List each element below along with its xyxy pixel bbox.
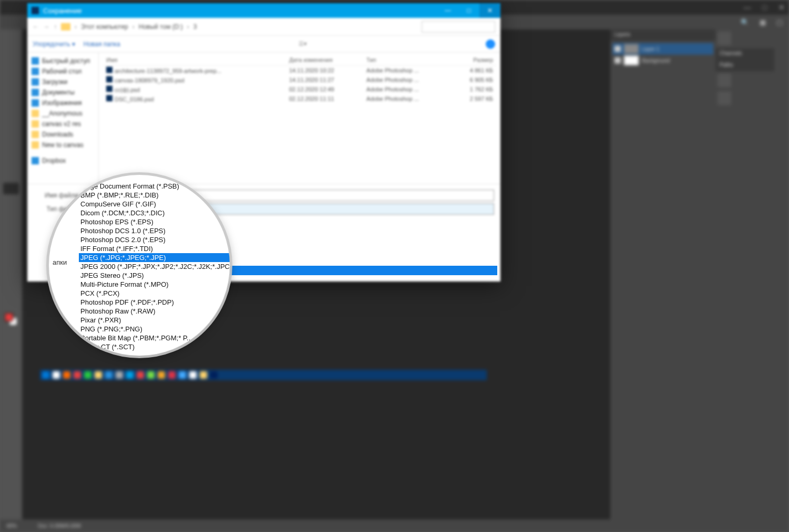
search-icon[interactable]: 🔍	[741, 18, 749, 26]
breadcrumb-item[interactable]: Новый том (D:)	[139, 23, 183, 30]
channels-panel-tab[interactable]: Channels	[715, 48, 774, 60]
nav-downloads[interactable]: Загрузки	[29, 77, 96, 87]
file-row[interactable]: canvas-1808979_1920.psd14.11.2020 11:27A…	[103, 75, 496, 85]
dialog-close-button[interactable]: ✕	[479, 3, 500, 18]
nav-up-icon[interactable]: ↑	[54, 23, 57, 30]
task-icon[interactable]	[126, 371, 134, 379]
marquee-tool[interactable]	[3, 44, 19, 56]
nav-folder[interactable]: Downloads	[29, 129, 96, 140]
file-row[interactable]: сс(ф).psd02.12.2020 12:49Adobe Photoshop…	[103, 85, 496, 94]
task-icon[interactable]	[63, 371, 70, 379]
nav-documents[interactable]: Документы	[29, 87, 96, 98]
col-size[interactable]: Размер	[452, 55, 496, 66]
brush-tool[interactable]	[3, 132, 19, 144]
task-icon[interactable]	[137, 371, 144, 379]
nav-folder[interactable]: __Anonymous	[29, 108, 96, 119]
mini-panel-btn[interactable]	[718, 32, 731, 45]
zoom-tool[interactable]	[3, 284, 19, 295]
breadcrumb-bar[interactable]: ← → ↑ › Этот компьютер › Новый том (D:) …	[27, 18, 500, 36]
maximize-button[interactable]: □	[763, 3, 767, 12]
nav-back-icon[interactable]: ←	[33, 23, 39, 30]
blur-tool[interactable]	[3, 195, 19, 207]
layers-panel-tab[interactable]: Layers	[610, 29, 715, 41]
layer-thumbnail[interactable]	[624, 56, 639, 65]
nav-folder[interactable]: canvas v2 res	[29, 119, 96, 129]
layers-panel[interactable]: Layers Layer 1 Background	[610, 29, 715, 519]
dialog-minimize-button[interactable]: —	[437, 3, 458, 18]
side-panel-mini[interactable]: Channels Paths	[715, 29, 774, 519]
filetype-option[interactable]: JPEG (*.JPG;*.JPEG;*.JPE)	[79, 253, 230, 262]
eyedropper-tool[interactable]	[3, 107, 19, 119]
task-icon[interactable]	[210, 371, 218, 379]
filetype-option[interactable]: JPEG Stereo (*.JPS)	[79, 271, 230, 280]
mini-panel-btn[interactable]	[718, 74, 731, 87]
task-icon[interactable]	[179, 371, 186, 379]
lasso-tool[interactable]	[3, 57, 19, 68]
col-type[interactable]: Тип	[363, 55, 452, 66]
layer-row[interactable]: Background	[612, 55, 713, 66]
crop-tool[interactable]	[3, 82, 19, 93]
dodge-tool[interactable]	[3, 208, 19, 220]
dialog-titlebar[interactable]: Сохранение — □ ✕	[27, 3, 500, 18]
start-icon[interactable]	[42, 371, 49, 379]
filetype-option[interactable]: Photoshop DCS 2.0 (*.EPS)	[79, 235, 230, 244]
foreground-color-swatch[interactable]	[5, 313, 13, 321]
nav-pictures[interactable]: Изображения	[29, 98, 96, 108]
filetype-dropdown-list[interactable]: Large Document Format (*.PSB)BMP (*.BMP;…	[79, 182, 230, 351]
share-icon[interactable]: ▢	[776, 18, 783, 26]
filetype-option[interactable]: BMP (*.BMP;*.RLE;*.DIB)	[79, 191, 230, 200]
task-icon[interactable]	[189, 371, 197, 379]
path-tool[interactable]	[3, 246, 19, 257]
filetype-option[interactable]: PNG (*.PNG;*.PNG)	[79, 325, 230, 333]
search-field[interactable]	[422, 21, 495, 33]
nav-desktop[interactable]: Рабочий стол	[29, 66, 96, 77]
hand-tool[interactable]	[3, 271, 19, 283]
pen-tool[interactable]	[3, 221, 19, 232]
view-options-icon[interactable]: ☰▾	[299, 40, 307, 47]
breadcrumb-item[interactable]: Этот компьютер	[81, 23, 128, 30]
history-brush-tool[interactable]	[3, 158, 19, 169]
visibility-icon[interactable]	[614, 57, 621, 64]
frame-tool[interactable]	[3, 95, 19, 106]
filetype-option[interactable]: Large Document Format (*.PSB)	[79, 182, 230, 191]
task-icon[interactable]	[95, 371, 102, 379]
dialog-maximize-button[interactable]: □	[458, 3, 479, 18]
filetype-option[interactable]: Pixar (*.PXR)	[79, 316, 230, 325]
task-icon[interactable]	[200, 371, 207, 379]
task-icon[interactable]	[74, 371, 81, 379]
col-name[interactable]: Имя	[103, 55, 286, 66]
filetype-option[interactable]: Photoshop DCS 1.0 (*.EPS)	[79, 226, 230, 235]
task-icon[interactable]	[53, 371, 60, 379]
filetype-option[interactable]: IFF Format (*.IFF;*.TDI)	[79, 244, 230, 253]
folder-tree[interactable]: Быстрый доступ Рабочий стол Загрузки Док…	[27, 53, 99, 184]
col-date[interactable]: Дата изменения	[286, 55, 363, 66]
layer-thumbnail[interactable]	[624, 44, 639, 54]
visibility-icon[interactable]	[614, 46, 621, 52]
task-icon[interactable]	[168, 371, 176, 379]
windows-taskbar[interactable]	[40, 370, 487, 380]
minimize-button[interactable]: —	[744, 3, 751, 12]
panel-collapse-strip[interactable]	[774, 29, 789, 519]
close-button[interactable]: ✕	[778, 3, 785, 12]
status-zoom[interactable]: 40%	[6, 523, 17, 529]
filetype-option[interactable]: Scitex CT (*.SCT)	[79, 342, 230, 351]
task-icon[interactable]	[116, 371, 123, 379]
dialog-toolbar[interactable]: Упорядочить ▾ Новая папка ☰▾	[27, 36, 500, 53]
tools-panel[interactable]	[0, 29, 22, 519]
task-icon[interactable]	[105, 371, 112, 379]
breadcrumb-item[interactable]: 3	[193, 23, 197, 30]
filetype-option[interactable]: JPEG 2000 (*.JPF;*.JPX;*.JP2;*.J2C;*.J2K…	[79, 262, 230, 271]
help-icon[interactable]	[486, 39, 495, 49]
filetype-option[interactable]: Photoshop PDF (*.PDF;*.PDP)	[79, 298, 230, 307]
type-tool[interactable]	[3, 233, 19, 245]
file-list[interactable]: Имя Дата изменения Тип Размер architectu…	[99, 53, 500, 184]
organize-button[interactable]: Упорядочить ▾	[33, 40, 75, 48]
task-icon[interactable]	[147, 371, 155, 379]
layer-name[interactable]: Layer 1	[642, 46, 659, 52]
color-swatches[interactable]	[5, 313, 17, 326]
wand-tool[interactable]	[3, 69, 19, 81]
filetype-option[interactable]: PCX (*.PCX)	[79, 289, 230, 298]
filetype-option[interactable]: Dicom (*.DCM;*.DC3;*.DIC)	[79, 208, 230, 217]
task-icon[interactable]	[84, 371, 91, 379]
move-tool[interactable]	[3, 32, 19, 43]
